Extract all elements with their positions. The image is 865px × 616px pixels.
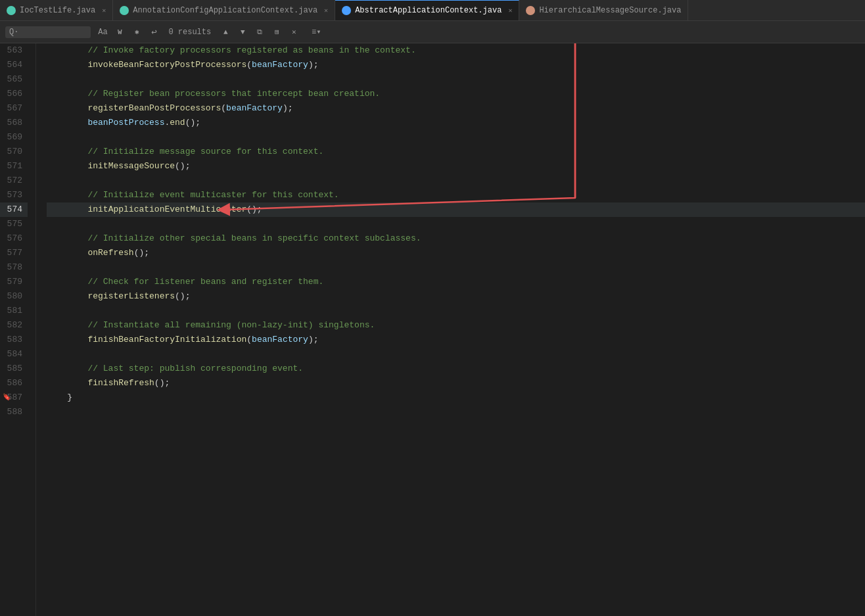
- code-method-574: initApplicationEventMulticaster: [87, 202, 246, 217]
- line-num-565: 565: [0, 72, 28, 87]
- code-punct-577: ();: [134, 246, 149, 260]
- tab-abstractapplication[interactable]: AbstractApplicationContext.java ✕: [335, 0, 519, 21]
- code-line-569: [47, 130, 865, 145]
- bookmark-icon: 🔖: [3, 391, 11, 405]
- code-indent-577: [47, 246, 87, 260]
- code-line-571: initMessageSource();: [47, 159, 865, 174]
- prev-result-button[interactable]: ▲: [218, 25, 233, 39]
- search-input-wrap[interactable]: Q·: [5, 26, 91, 38]
- tab-label-4: HierarchicalMessageSource.java: [539, 6, 681, 15]
- code-var-568: beanPostProcess: [87, 116, 164, 130]
- tab-icon-3: [342, 6, 351, 15]
- tab-annotationconfig[interactable]: AnnotationConfigApplicationContext.java …: [113, 0, 335, 21]
- tab-close-1[interactable]: ✕: [102, 7, 106, 14]
- code-comment-570: // Initialize message source for this co…: [47, 145, 323, 159]
- code-punct-574: ();: [246, 202, 262, 217]
- line-num-584: 584: [0, 347, 28, 362]
- close-search-button[interactable]: ✕: [286, 25, 302, 39]
- copy-results-button[interactable]: ⧉: [252, 25, 268, 39]
- line-num-583: 583: [0, 333, 28, 347]
- code-indent-574: [47, 202, 87, 217]
- code-line-563: // Invoke factory processors registered …: [47, 43, 865, 58]
- tab-label-2: AnnotationConfigApplicationContext.java: [133, 6, 317, 15]
- code-line-567: registerBeanPostProcessors(beanFactory);: [47, 101, 865, 116]
- whole-word-button[interactable]: W: [112, 25, 128, 39]
- code-line-584: [47, 347, 865, 362]
- search-icon: Q·: [9, 28, 18, 37]
- code-punct-580: ();: [175, 289, 190, 304]
- match-case-button[interactable]: Aa: [95, 25, 110, 39]
- line-num-585: 585: [0, 362, 28, 376]
- code-method-586: finishRefresh: [87, 376, 154, 391]
- code-comment-566: // Register bean processors that interce…: [47, 87, 380, 101]
- code-punct-583b: );: [308, 333, 319, 347]
- tab-ioctestlife[interactable]: IocTestLife.java ✕: [0, 0, 113, 21]
- line-num-572: 572: [0, 174, 28, 188]
- code-indent-583: [47, 333, 87, 347]
- code-line-575: [47, 217, 865, 231]
- search-actions: Aa W ✱ ↩ 0 results ▲ ▼ ⧉ ⊞ ✕ ≡▾: [95, 25, 860, 39]
- search-nav-group: ▲ ▼ ⧉ ⊞ ✕ ≡▾: [218, 25, 324, 39]
- line-num-573: 573: [0, 188, 28, 202]
- code-indent-568: [47, 116, 87, 130]
- code-comment-576: // Initialize other special beans in spe…: [47, 231, 421, 246]
- line-num-582: 582: [0, 318, 28, 333]
- line-num-577: 577: [0, 246, 28, 260]
- next-result-button[interactable]: ▼: [235, 25, 250, 39]
- tab-label-1: IocTestLife.java: [20, 6, 95, 15]
- wrap-around-button[interactable]: ↩: [146, 25, 162, 39]
- line-num-581: 581: [0, 304, 28, 318]
- code-line-568: beanPostProcess.end();: [47, 116, 865, 130]
- search-input[interactable]: [21, 28, 87, 37]
- code-brace-587: }: [67, 391, 72, 405]
- code-method-571: initMessageSource: [87, 159, 175, 174]
- code-indent-580: [47, 289, 87, 304]
- line-num-574: 574: [0, 202, 28, 217]
- line-num-564: 564: [0, 58, 28, 72]
- code-punct-567a: (: [221, 101, 226, 116]
- filter-button[interactable]: ≡▾: [308, 25, 324, 39]
- open-in-find-button[interactable]: ⊞: [269, 25, 285, 39]
- code-indent-571: [47, 159, 87, 174]
- code-line-577: onRefresh();: [47, 246, 865, 260]
- code-comment-563: // Invoke factory processors registered …: [47, 43, 416, 58]
- code-punct-567b: );: [283, 101, 293, 116]
- code-comment-579: // Check for listener beans and register…: [47, 275, 323, 289]
- code-line-574: initApplicationEventMulticaster();: [47, 202, 865, 217]
- code-method-568: end: [170, 116, 185, 130]
- code-param-567: beanFactory: [226, 101, 283, 116]
- code-indent-564: [47, 58, 87, 72]
- line-num-579: 579: [0, 275, 28, 289]
- line-num-576: 576: [0, 231, 28, 246]
- code-line-588: [47, 405, 865, 419]
- tab-icon-2: [120, 6, 129, 15]
- code-indent-587: [47, 391, 67, 405]
- code-area: 563 564 565 566 567 568 569 570 571 572 …: [0, 43, 865, 616]
- code-line-581: [47, 304, 865, 318]
- line-num-567: 567: [0, 101, 28, 116]
- code-line-578: [47, 260, 865, 275]
- line-num-575: 575: [0, 217, 28, 231]
- code-line-580: registerListeners();: [47, 289, 865, 304]
- tab-bar: IocTestLife.java ✕ AnnotationConfigAppli…: [0, 0, 865, 21]
- regex-button[interactable]: ✱: [129, 25, 145, 39]
- code-punct-583a: (: [246, 333, 252, 347]
- tab-close-2[interactable]: ✕: [324, 7, 328, 14]
- line-num-570: 570: [0, 145, 28, 159]
- code-line-566: // Register bean processors that interce…: [47, 87, 865, 101]
- code-punct-568a: .: [164, 116, 170, 130]
- code-punct-564b: );: [308, 58, 319, 72]
- code-comment-585: // Last step: publish corresponding even…: [47, 362, 303, 376]
- tab-close-3[interactable]: ✕: [508, 7, 512, 14]
- code-param-583: beanFactory: [252, 333, 308, 347]
- code-punct-571: ();: [175, 159, 190, 174]
- code-line-570: // Initialize message source for this co…: [47, 145, 865, 159]
- results-label: 0 results: [163, 28, 216, 37]
- code-content[interactable]: // Invoke factory processors registered …: [36, 43, 865, 616]
- code-line-576: // Initialize other special beans in spe…: [47, 231, 865, 246]
- line-num-580: 580: [0, 289, 28, 304]
- code-indent-567: [47, 101, 87, 116]
- line-num-566: 566: [0, 87, 28, 101]
- code-method-564: invokeBeanFactoryPostProcessors: [87, 58, 246, 72]
- tab-hierarchical[interactable]: HierarchicalMessageSource.java: [519, 0, 688, 21]
